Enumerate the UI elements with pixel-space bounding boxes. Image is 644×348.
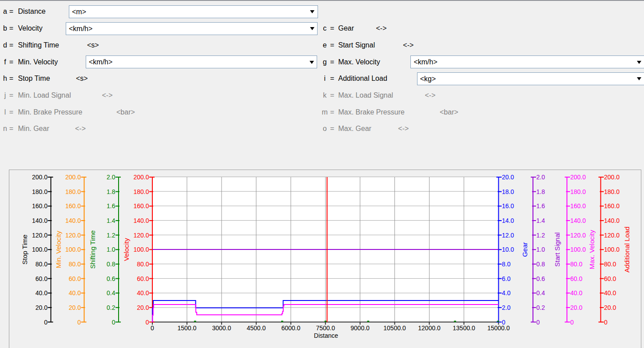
svg-text:60.0: 60.0 — [570, 275, 582, 282]
svg-text:160.0: 160.0 — [32, 202, 48, 210]
svg-text:200.0: 200.0 — [32, 174, 48, 181]
svg-text:0.6: 0.6 — [107, 275, 115, 282]
svg-text:1.8: 1.8 — [107, 188, 115, 195]
svg-text:180.0: 180.0 — [570, 188, 586, 195]
svg-text:0: 0 — [44, 319, 48, 326]
svg-text:12000.0: 12000.0 — [418, 324, 441, 332]
svg-text:0: 0 — [146, 319, 149, 326]
svg-text:1.0: 1.0 — [537, 246, 545, 253]
svg-text:4500.0: 4500.0 — [246, 324, 266, 332]
svg-text:120.0: 120.0 — [570, 232, 586, 239]
svg-text:1.4: 1.4 — [107, 217, 115, 224]
svg-text:100.0: 100.0 — [65, 246, 81, 253]
svg-text:20.0: 20.0 — [570, 304, 582, 311]
svg-text:40.0: 40.0 — [604, 289, 616, 297]
svg-text:10500.0: 10500.0 — [383, 324, 406, 332]
svg-text:Velocity: Velocity — [123, 238, 130, 261]
svg-text:Stop Time: Stop Time — [21, 234, 28, 265]
svg-text:40.0: 40.0 — [137, 289, 149, 297]
svg-text:100.0: 100.0 — [604, 246, 620, 253]
svg-text:6.0: 6.0 — [502, 275, 511, 282]
svg-text:3000.0: 3000.0 — [212, 324, 231, 332]
svg-text:80.0: 80.0 — [69, 261, 81, 268]
svg-text:180.0: 180.0 — [604, 188, 620, 195]
svg-text:80.0: 80.0 — [604, 261, 616, 268]
svg-text:1.6: 1.6 — [537, 202, 545, 210]
svg-text:0: 0 — [604, 319, 608, 326]
svg-text:10.0: 10.0 — [502, 246, 514, 253]
svg-text:180.0: 180.0 — [133, 188, 149, 195]
svg-text:1.2: 1.2 — [537, 232, 545, 239]
svg-text:160.0: 160.0 — [604, 202, 620, 210]
svg-text:140.0: 140.0 — [32, 217, 48, 224]
svg-text:18.0: 18.0 — [502, 188, 514, 195]
svg-text:1.2: 1.2 — [107, 232, 115, 239]
svg-text:8.0: 8.0 — [502, 261, 511, 268]
svg-text:80.0: 80.0 — [570, 261, 582, 268]
svg-text:60.0: 60.0 — [604, 275, 616, 282]
svg-text:Start Signal: Start Signal — [553, 232, 561, 267]
svg-text:80.0: 80.0 — [36, 261, 48, 268]
svg-text:20.0: 20.0 — [69, 304, 81, 311]
svg-text:100.0: 100.0 — [570, 246, 586, 253]
svg-text:7500.0: 7500.0 — [316, 324, 335, 332]
svg-text:Gear: Gear — [521, 242, 529, 257]
svg-text:Shifting Time: Shifting Time — [89, 230, 96, 269]
svg-text:0: 0 — [77, 319, 81, 326]
svg-text:120.0: 120.0 — [604, 232, 620, 239]
svg-text:1500.0: 1500.0 — [177, 324, 196, 332]
svg-text:140.0: 140.0 — [133, 217, 149, 224]
svg-text:60.0: 60.0 — [69, 275, 81, 282]
svg-text:16.0: 16.0 — [502, 202, 514, 210]
svg-text:0.8: 0.8 — [537, 261, 545, 268]
svg-text:1.0: 1.0 — [107, 246, 115, 253]
svg-text:140.0: 140.0 — [604, 217, 620, 224]
svg-text:160.0: 160.0 — [570, 202, 586, 210]
svg-text:9000.0: 9000.0 — [350, 324, 370, 332]
svg-text:120.0: 120.0 — [133, 232, 149, 239]
svg-text:40.0: 40.0 — [69, 289, 81, 297]
svg-text:Max. Velocity: Max. Velocity — [588, 230, 596, 269]
svg-text:2.0: 2.0 — [502, 304, 511, 311]
svg-text:0.4: 0.4 — [107, 289, 115, 297]
svg-text:20.0: 20.0 — [36, 304, 48, 311]
svg-text:40.0: 40.0 — [36, 289, 48, 297]
svg-text:20.0: 20.0 — [502, 174, 514, 181]
svg-text:13500.0: 13500.0 — [453, 324, 475, 332]
svg-text:100.0: 100.0 — [32, 246, 48, 253]
svg-text:0.6: 0.6 — [537, 275, 545, 282]
svg-text:0.4: 0.4 — [537, 289, 545, 297]
svg-text:Distance: Distance — [314, 332, 338, 339]
svg-text:0.2: 0.2 — [537, 304, 545, 311]
svg-text:200.0: 200.0 — [133, 174, 149, 181]
svg-text:200.0: 200.0 — [570, 174, 586, 181]
svg-text:60.0: 60.0 — [36, 275, 48, 282]
svg-text:120.0: 120.0 — [32, 232, 48, 239]
svg-text:140.0: 140.0 — [65, 217, 81, 224]
svg-text:15000.0: 15000.0 — [487, 324, 510, 332]
svg-text:0.8: 0.8 — [107, 261, 115, 268]
svg-text:180.0: 180.0 — [32, 188, 48, 195]
svg-text:100.0: 100.0 — [133, 246, 149, 253]
svg-text:Min. Velocity: Min. Velocity — [55, 231, 62, 269]
svg-text:Additional Load: Additional Load — [623, 226, 631, 272]
svg-text:4.0: 4.0 — [502, 289, 511, 297]
svg-text:1.8: 1.8 — [537, 188, 545, 195]
svg-text:0: 0 — [112, 319, 115, 326]
svg-text:180.0: 180.0 — [65, 188, 81, 195]
svg-text:120.0: 120.0 — [65, 232, 81, 239]
svg-text:12.0: 12.0 — [502, 232, 514, 239]
svg-text:1.6: 1.6 — [107, 202, 115, 210]
svg-text:0: 0 — [151, 324, 154, 332]
svg-text:80.0: 80.0 — [137, 261, 149, 268]
svg-text:14.0: 14.0 — [502, 217, 514, 224]
svg-text:160.0: 160.0 — [133, 202, 149, 210]
svg-text:60.0: 60.0 — [137, 275, 149, 282]
svg-text:20.0: 20.0 — [137, 304, 149, 311]
svg-text:2.0: 2.0 — [537, 174, 545, 181]
svg-text:6000.0: 6000.0 — [281, 324, 300, 332]
svg-text:200.0: 200.0 — [604, 174, 620, 181]
svg-text:0: 0 — [502, 319, 505, 326]
svg-text:2.0: 2.0 — [107, 174, 115, 181]
svg-text:0: 0 — [570, 319, 574, 326]
